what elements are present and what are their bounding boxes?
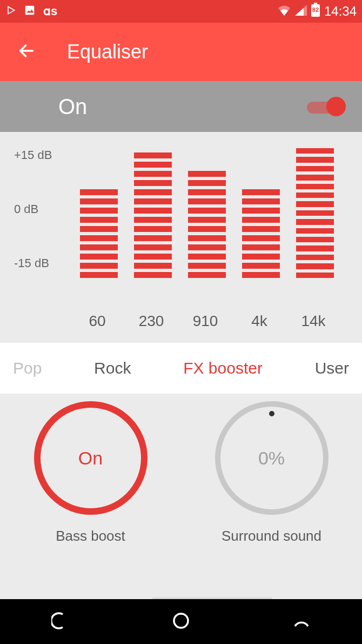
nav-recent-button[interactable] <box>276 606 327 638</box>
page-title: Equaliser <box>67 41 148 63</box>
master-toggle-bar: On <box>0 81 362 132</box>
preset-tab[interactable]: FX booster <box>177 354 269 383</box>
y-label-mid: 0 dB <box>14 202 38 216</box>
bass-boost-label: Bass boost <box>56 528 125 545</box>
eq-band-slider[interactable] <box>80 148 118 278</box>
nav-home-button[interactable] <box>156 606 206 638</box>
eq-chart: +15 dB 0 dB -15 dB <box>0 132 362 300</box>
surround-label: Surround sound <box>222 528 321 545</box>
eq-freq-label: 4k <box>232 313 286 330</box>
bass-boost-knob[interactable]: On <box>34 401 148 515</box>
eq-freq-label: 230 <box>124 313 178 330</box>
eq-band-slider[interactable] <box>188 148 226 278</box>
preset-tab[interactable]: User <box>309 354 356 383</box>
eq-freq-labels: 602309104k14k <box>0 300 362 343</box>
y-label-top: +15 dB <box>14 148 52 162</box>
back-button[interactable] <box>13 37 40 67</box>
eq-y-axis: +15 dB 0 dB -15 dB <box>14 148 63 273</box>
preset-tab[interactable]: Rock <box>88 354 137 383</box>
nav-back-button[interactable] <box>35 606 86 638</box>
effects-panel: On Bass boost 0% Surround sound <box>0 394 362 594</box>
svg-rect-6 <box>314 3 317 5</box>
svg-point-9 <box>174 614 188 628</box>
preset-tab[interactable]: Pop <box>6 354 48 383</box>
eq-freq-label: 910 <box>178 313 232 330</box>
image-icon <box>24 4 36 18</box>
bass-boost-value: On <box>78 448 103 469</box>
svg-marker-0 <box>8 6 15 14</box>
eq-band-slider[interactable] <box>296 148 334 278</box>
play-icon <box>5 5 16 18</box>
surround-knob[interactable]: 0% <box>215 401 329 515</box>
eq-band-slider[interactable] <box>242 148 280 278</box>
eq-freq-label: 60 <box>70 313 124 330</box>
knob-indicator-dot <box>269 411 274 416</box>
android-nav-bar <box>0 599 362 644</box>
battery-level: 82 <box>311 6 320 13</box>
y-label-bot: -15 dB <box>14 256 49 270</box>
surround-value: 0% <box>258 448 285 469</box>
eq-freq-label: 14k <box>286 313 340 330</box>
signal-icon <box>295 4 307 19</box>
clock: 14:34 <box>324 4 357 19</box>
wifi-icon <box>278 4 291 19</box>
eq-band-slider[interactable] <box>134 148 172 278</box>
master-toggle-switch[interactable] <box>307 97 346 116</box>
app-bar: Equaliser <box>0 23 362 81</box>
svg-rect-1 <box>25 6 35 15</box>
status-bar: ɑs 82 14:34 <box>0 0 362 23</box>
battery-icon: 82 <box>311 3 320 20</box>
preset-tabs: PopRockFX boosterUser <box>0 343 362 394</box>
lastfm-icon: ɑs <box>43 4 57 18</box>
master-toggle-label: On <box>58 95 87 119</box>
